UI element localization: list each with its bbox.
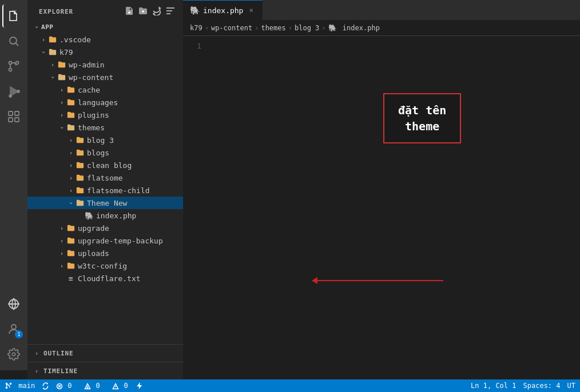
sidebar-item-w3tc[interactable]: w3tc-config: [27, 259, 183, 272]
arrow-head: [312, 277, 317, 284]
sidebar-item-label-w3tc: w3tc-config: [78, 262, 178, 270]
tab-close-button[interactable]: ×: [247, 6, 256, 15]
breadcrumb-wp-content[interactable]: wp-content: [211, 24, 252, 32]
sidebar-item-plugins[interactable]: plugins: [27, 109, 183, 121]
chevron-wp-admin: [48, 60, 57, 69]
svg-rect-9: [9, 111, 13, 115]
breadcrumb-themes[interactable]: themes: [261, 24, 285, 32]
tab-bar: 🐘 index.php ×: [183, 0, 580, 20]
sidebar-header: EXPLORER: [27, 0, 183, 21]
sidebar-item-wp-admin[interactable]: wp-admin: [27, 58, 183, 71]
txt-file-icon: ≡: [66, 274, 76, 283]
sidebar-item-languages[interactable]: languages: [27, 96, 183, 109]
timeline-header[interactable]: TIMELINE: [27, 365, 183, 377]
tab-index-php[interactable]: 🐘 index.php ×: [183, 0, 263, 20]
tooltip-line2: theme: [405, 119, 439, 133]
remote-icon[interactable]: [2, 293, 25, 315]
errors-status[interactable]: 0 0 0: [56, 382, 128, 390]
sidebar-item-flatsome[interactable]: flatsome: [27, 171, 183, 184]
folder-icon-k79: [48, 47, 57, 57]
sidebar-item-label-upgrade-temp: upgrade-temp-backup: [78, 237, 178, 245]
search-icon[interactable]: [2, 30, 25, 53]
svg-rect-11: [9, 118, 13, 122]
breadcrumb-file-label: index.php: [343, 24, 380, 32]
sidebar-item-blog3[interactable]: blog 3: [27, 134, 183, 146]
sidebar-item-clean-blog[interactable]: clean blog: [27, 159, 183, 171]
sidebar-item-label-cache: cache: [78, 86, 178, 94]
sidebar-item-vscode[interactable]: .vscode: [27, 33, 183, 46]
lightning-status[interactable]: [135, 382, 142, 390]
chevron-upgrade: [57, 223, 66, 233]
svg-point-7: [9, 95, 11, 97]
main-container: EXPLORER: [27, 0, 580, 379]
branch-status[interactable]: main: [5, 382, 35, 390]
files-icon[interactable]: [2, 5, 25, 27]
status-bar-left: main 0 0 0: [5, 382, 142, 390]
sidebar-item-index-php[interactable]: 🐘 index.php: [27, 209, 183, 222]
svg-point-1: [10, 37, 17, 44]
sidebar-item-label-plugins: plugins: [78, 111, 178, 119]
source-control-icon[interactable]: [2, 55, 25, 78]
sidebar-item-upgrade-temp-backup[interactable]: upgrade-temp-backup: [27, 234, 183, 247]
editor-content[interactable]: 1 đặt tên theme: [183, 36, 580, 379]
line-numbers: 1: [183, 36, 206, 379]
sidebar-item-label-vscode: .vscode: [59, 35, 178, 44]
breadcrumb-file[interactable]: 🐘 index.php: [328, 24, 380, 32]
svg-rect-10: [15, 111, 19, 115]
sidebar-item-app[interactable]: APP: [27, 21, 183, 33]
chevron-themes: [57, 123, 66, 132]
sidebar-item-label-blog3: blog 3: [87, 136, 178, 145]
folder-icon-flatsome: [76, 173, 85, 182]
svg-point-14: [11, 325, 16, 329]
refresh-button[interactable]: [151, 5, 162, 18]
branch-label: main: [18, 382, 35, 390]
folder-icon-wp-content: [57, 73, 66, 82]
svg-point-21: [10, 383, 12, 385]
sync-status[interactable]: [42, 382, 49, 390]
position-status[interactable]: Ln 1, Col 1: [471, 382, 516, 390]
spaces-status[interactable]: Spaces: 4: [523, 382, 561, 390]
sidebar-item-label-wp-admin: wp-admin: [69, 61, 178, 69]
sidebar-item-uploads[interactable]: uploads: [27, 247, 183, 259]
outline-header[interactable]: OUTLINE: [27, 347, 183, 359]
sidebar-item-label-clean-blog: clean blog: [87, 161, 178, 170]
folder-icon-vscode: [48, 35, 57, 44]
sidebar-item-theme-new[interactable]: Theme New: [27, 197, 183, 209]
sidebar-item-k79[interactable]: k79: [27, 46, 183, 58]
run-debug-icon[interactable]: [2, 80, 25, 103]
arrow-indicator: [312, 277, 443, 284]
breadcrumb-sep-2: ›: [255, 24, 259, 32]
sidebar-item-upgrade[interactable]: upgrade: [27, 222, 183, 234]
folder-icon-languages: [66, 98, 76, 107]
chevron-outline: [32, 349, 41, 358]
code-area[interactable]: [206, 36, 580, 379]
folder-icon-wp-admin: [57, 60, 66, 69]
file-tree: APP .vscode k79: [27, 21, 183, 344]
sidebar-item-themes[interactable]: themes: [27, 121, 183, 134]
spacer-cloudflare: [57, 274, 66, 283]
sidebar-item-wp-content[interactable]: wp-content: [27, 71, 183, 83]
chevron-upgrade-temp-backup: [57, 236, 66, 245]
sidebar-item-cache[interactable]: cache: [27, 83, 183, 96]
new-folder-button[interactable]: [137, 5, 149, 18]
sidebar-item-label-blogs: blogs: [87, 149, 178, 157]
collapse-all-button[interactable]: [165, 5, 176, 18]
chevron-languages: [57, 98, 66, 107]
settings-icon[interactable]: [2, 343, 25, 366]
breadcrumb-blog3[interactable]: blog 3: [295, 24, 319, 32]
new-file-button[interactable]: [124, 5, 135, 18]
breadcrumb-sep-4: ›: [321, 24, 325, 32]
sidebar-item-cloudflare[interactable]: ≡ Cloudflare.txt: [27, 272, 183, 285]
encoding-status[interactable]: UT: [567, 382, 575, 390]
tooltip-overlay: đặt tên theme: [383, 93, 461, 143]
sidebar-item-label-k79: k79: [59, 48, 178, 57]
activity-bar: 1: [0, 0, 27, 370]
chevron-blogs: [66, 148, 76, 157]
sidebar-item-flatsome-child[interactable]: flatsome-child: [27, 184, 183, 197]
breadcrumb-k79[interactable]: k79: [190, 24, 202, 32]
sidebar-item-blogs[interactable]: blogs: [27, 146, 183, 159]
account-icon[interactable]: 1: [2, 318, 25, 341]
svg-rect-12: [15, 118, 19, 122]
svg-point-8: [17, 90, 19, 93]
extensions-icon[interactable]: [2, 105, 25, 128]
